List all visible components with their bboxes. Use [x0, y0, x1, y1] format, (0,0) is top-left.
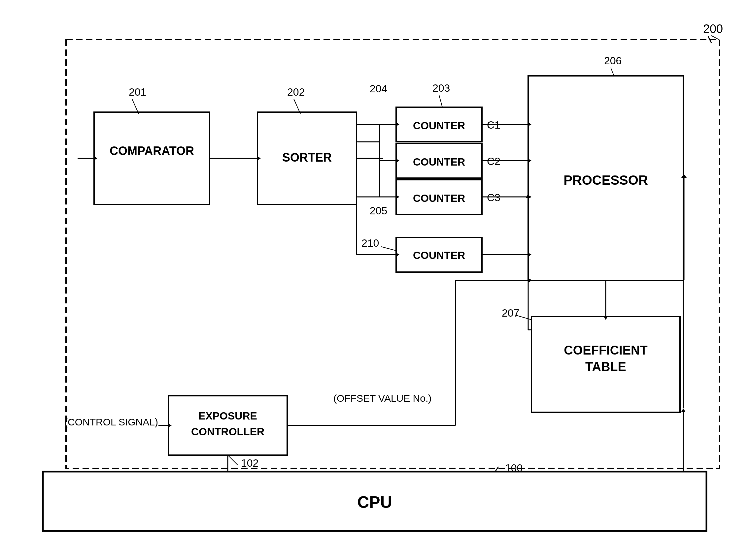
svg-marker-36	[395, 158, 400, 163]
coeff-table-label-line1: COEFFICIENT	[564, 343, 647, 357]
counter1-label: COUNTER	[413, 120, 465, 132]
svg-line-11	[439, 95, 442, 107]
exposure-ctrl-label-line1: EXPOSURE	[198, 410, 257, 422]
counter3-label: COUNTER	[413, 192, 465, 204]
cpu-label: CPU	[357, 493, 392, 512]
svg-marker-63	[681, 174, 687, 178]
c1-label: C1	[487, 119, 500, 131]
sorter-label: SORTER	[282, 151, 332, 164]
processor-label: PROCESSOR	[563, 173, 648, 187]
diagram-container: 200 CPU 100 COMPARATOR 201 SORTER 202 CO…	[0, 0, 749, 560]
ref-100: 100	[505, 462, 522, 474]
comparator-label: COMPARATOR	[110, 144, 194, 158]
ref-206: 206	[604, 55, 622, 67]
svg-marker-34	[395, 122, 400, 127]
control-signal-label: (CONTROL SIGNAL)	[64, 417, 158, 427]
svg-marker-38	[395, 195, 400, 199]
svg-marker-59	[681, 408, 686, 412]
ref-200: 200	[703, 22, 723, 36]
svg-rect-19	[168, 396, 287, 455]
coeff-table-label-line2: TABLE	[585, 360, 626, 374]
ref-102: 102	[241, 457, 258, 469]
svg-line-13	[381, 247, 396, 251]
svg-marker-53	[603, 316, 608, 320]
svg-line-20	[228, 455, 238, 465]
ref-202: 202	[287, 86, 305, 98]
counter4-label: COUNTER	[413, 249, 465, 261]
ref-207: 207	[502, 307, 519, 319]
svg-line-16	[611, 68, 614, 76]
svg-marker-65	[168, 423, 172, 428]
exposure-ctrl-label-line2: CONTROLLER	[191, 426, 264, 438]
svg-marker-69	[528, 278, 532, 283]
svg-marker-44	[528, 158, 532, 163]
ref-204: 204	[370, 83, 387, 95]
counter2-label: COUNTER	[413, 156, 465, 168]
ref-201: 201	[129, 86, 146, 98]
svg-marker-24	[257, 156, 261, 161]
c2-label: C2	[487, 155, 500, 167]
svg-marker-42	[528, 122, 532, 127]
svg-rect-4	[94, 112, 210, 204]
ref-210: 210	[361, 237, 379, 249]
c3-label: C3	[487, 192, 500, 203]
ref-205: 205	[370, 205, 387, 217]
svg-marker-22	[93, 156, 98, 161]
svg-marker-51	[395, 252, 400, 257]
svg-rect-0	[66, 40, 720, 468]
offset-value-label: (OFFSET VALUE No.)	[334, 393, 431, 404]
ref-203: 203	[432, 82, 450, 94]
